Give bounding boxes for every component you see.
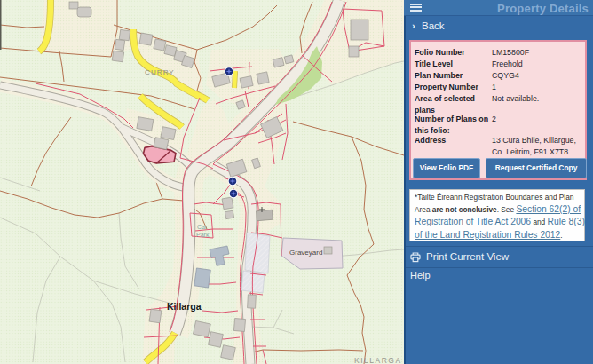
svg-text:Killarga: Killarga [167,301,202,312]
svg-text:Graveyard: Graveyard [289,249,322,257]
svg-text:Park: Park [196,232,210,238]
svg-text:KILLARGA: KILLARGA [354,356,402,364]
svg-text:Car: Car [197,224,208,230]
svg-text:CURRY: CURRY [145,68,175,76]
